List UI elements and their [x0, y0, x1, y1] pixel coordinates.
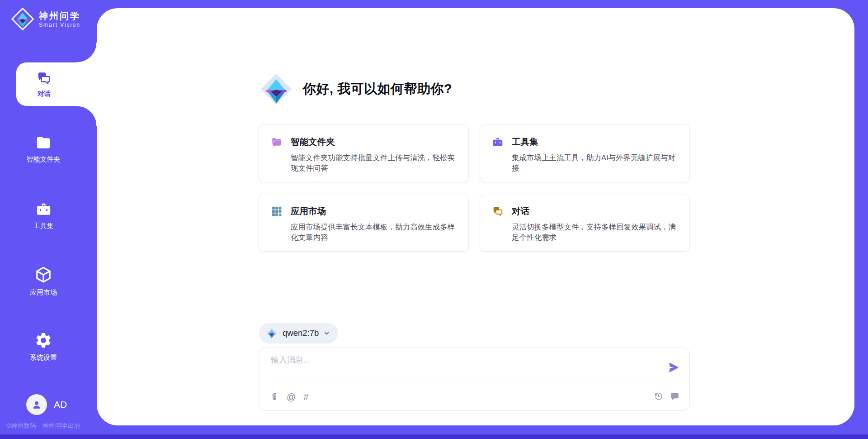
chat-icon	[492, 205, 504, 217]
card-title: 应用市场	[291, 205, 326, 217]
card-app-market[interactable]: 应用市场 应用市场提供丰富长文本模板，助力高效生成多样化文章内容	[259, 194, 469, 252]
user-name: AD	[54, 399, 67, 410]
sidebar-footer-text: ©神州数码 · 神州问学出品	[6, 422, 80, 430]
cube-icon	[34, 265, 53, 284]
model-diamond-logo-icon	[265, 327, 278, 339]
history-icon[interactable]	[654, 391, 663, 401]
sidebar-item-label: 对话	[38, 90, 51, 98]
model-name: qwen2:7b	[283, 328, 319, 338]
card-chat[interactable]: 对话 灵活切换多模型文件，支持多样回复效果调试，满足个性化需求	[480, 194, 690, 252]
brand-name: 神州问学	[39, 10, 80, 22]
card-toolset[interactable]: 工具集 集成市场上主流工具，助力AI与外界无缝扩展与对接	[480, 124, 690, 182]
composer-divider	[268, 383, 680, 383]
brand-subtitle: Smart Vision	[39, 22, 80, 28]
toolbox-icon	[35, 201, 52, 218]
composer-tools-right	[654, 391, 679, 401]
avatar	[26, 394, 47, 415]
model-selector[interactable]: qwen2:7b	[259, 323, 338, 344]
bottom-strip	[0, 434, 868, 439]
briefcase-icon	[492, 136, 504, 148]
card-title: 对话	[512, 205, 529, 217]
sidebar-item-toolset[interactable]: 工具集	[0, 201, 87, 230]
user-profile[interactable]: AD	[26, 394, 67, 415]
hashtag-icon[interactable]: #	[303, 391, 308, 402]
feature-cards: 智能文件夹 智能文件夹功能支持批量文件上传与清洗，轻松实现文件问答 工具集 集成…	[259, 124, 690, 252]
sidebar: 神州问学 Smart Vision 对话 智能文件夹	[0, 0, 97, 439]
message-composer: @ #	[259, 348, 690, 411]
composer-tools-left: @ #	[270, 391, 308, 402]
chat-icon[interactable]	[670, 391, 679, 401]
mention-icon[interactable]: @	[287, 391, 296, 402]
card-description: 集成市场上主流工具，助力AI与外界无缝扩展与对接	[512, 153, 683, 173]
sidebar-item-app-market[interactable]: 应用市场	[0, 265, 87, 297]
sidebar-item-label: 智能文件夹	[27, 155, 61, 164]
chevron-down-icon	[323, 330, 330, 337]
send-icon[interactable]	[668, 362, 679, 373]
card-description: 灵活切换多模型文件，支持多样回复效果调试，满足个性化需求	[512, 222, 683, 243]
card-title: 工具集	[512, 136, 538, 148]
sidebar-item-label: 工具集	[33, 222, 54, 230]
brand-diamond-logo-icon	[259, 72, 294, 107]
chat-icon	[36, 71, 52, 86]
sidebar-item-label: 系统设置	[30, 353, 57, 362]
card-description: 应用市场提供丰富长文本模板，助力高效生成多样化文章内容	[291, 222, 462, 243]
greeting-title: 你好, 我可以如何帮助你?	[303, 80, 452, 98]
sidebar-item-smart-folder[interactable]: 智能文件夹	[0, 134, 87, 164]
paperclip-icon[interactable]	[270, 392, 279, 402]
grid-icon	[271, 205, 283, 217]
sidebar-item-label: 应用市场	[30, 288, 57, 297]
brand-diamond-logo-icon	[10, 6, 35, 32]
greeting: 你好, 我可以如何帮助你?	[259, 72, 452, 107]
card-smart-folder[interactable]: 智能文件夹 智能文件夹功能支持批量文件上传与清洗，轻松实现文件问答	[259, 124, 469, 182]
card-description: 智能文件夹功能支持批量文件上传与清洗，轻松实现文件问答	[291, 153, 462, 173]
folder-open-icon	[271, 136, 283, 148]
sidebar-item-chat[interactable]: 对话	[16, 62, 98, 106]
sidebar-item-settings[interactable]: 系统设置	[0, 331, 87, 362]
main-content-area: 你好, 我可以如何帮助你? 智能文件夹 智能文件夹功能支持批量文件上传与清洗，轻…	[97, 8, 854, 425]
gear-icon	[34, 331, 52, 349]
card-title: 智能文件夹	[291, 136, 335, 148]
brand: 神州问学 Smart Vision	[10, 6, 80, 32]
folder-icon	[35, 134, 52, 151]
message-input[interactable]	[271, 354, 660, 381]
